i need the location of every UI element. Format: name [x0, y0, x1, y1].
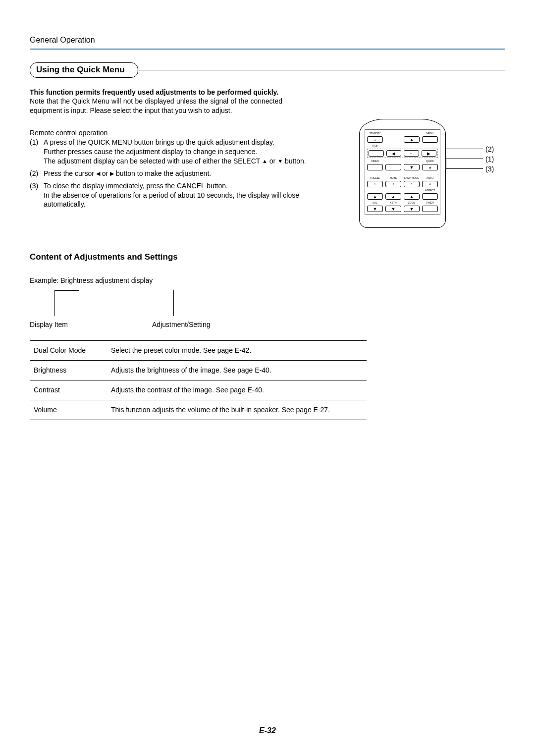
rc-btn-video [367, 164, 383, 170]
rc-lbl-zoom: ZOOM [404, 201, 420, 204]
rc-btn-dn2a: ▼ [367, 206, 383, 212]
page-number: E-32 [0, 725, 535, 736]
remote-callout-1: (1) [485, 155, 494, 164]
rc-btn-cancel [385, 164, 401, 170]
cell-desc: Select the preset color mode. See page E… [107, 341, 367, 361]
instructions-block: Remote control operation (1) A press of … [30, 128, 310, 212]
or-text-1: or [268, 157, 277, 165]
rc-btn-4: 4 [422, 181, 438, 187]
step-1c-suffix: button. [283, 157, 306, 165]
rc-btn-left: ◀ [386, 150, 402, 157]
rc-lbl-quick: QUICK [422, 160, 438, 162]
step-3a: To close the display immediately, press … [44, 182, 228, 190]
section-title-rule [137, 70, 505, 70]
step-2-prefix: Press the cursor [44, 169, 96, 177]
rc-lbl-freeze: FREEZE [367, 176, 383, 179]
rc-btn-1: 1 [367, 181, 383, 187]
table-row: Brightness Adjusts the brightness of the… [30, 360, 367, 380]
rc-lbl-standby: STANDBY [367, 132, 383, 135]
cell-name: Brightness [30, 360, 107, 380]
right-triangle-icon: ▶ [110, 170, 114, 177]
cell-desc: Adjusts the contrast of the image. See p… [107, 380, 367, 400]
rc-btn-3: 3 [404, 181, 420, 187]
section-title: Using the Quick Menu [30, 62, 138, 78]
subheading: Content of Adjustments and Settings [30, 252, 505, 263]
remote-callout-3: (3) [485, 164, 494, 174]
rc-btn-rgb [369, 150, 384, 157]
rc-btn-standby: ● [367, 136, 383, 143]
step-1-num: (1) [30, 138, 44, 166]
step-3-num: (3) [30, 181, 44, 210]
down-triangle-icon: ▼ [277, 158, 283, 165]
page-header-title: General Operation [30, 36, 95, 44]
rc-lbl-kstn: KSTN [385, 201, 401, 204]
example-line: Example: Brightness adjustment display [30, 276, 505, 285]
section-title-row: Using the Quick Menu [30, 62, 505, 78]
rc-btn-2: 2 [385, 181, 401, 187]
step-1b: Further presses cause the adjustment dis… [44, 148, 257, 156]
rc-lbl-lamp: LAMP MODE [404, 176, 420, 179]
rc-lbl-timer: TIMER [422, 201, 438, 204]
step-1a: A press of the QUICK MENU button brings … [44, 138, 274, 146]
rc-btn-menu [422, 136, 438, 143]
left-triangle-icon: ◀ [96, 170, 100, 177]
cell-name: Volume [30, 400, 107, 420]
intro-block: This function permits frequently used ad… [30, 88, 282, 116]
up-triangle-icon: ▲ [262, 158, 268, 165]
remote-diagram: STANDBY MENU ● ▲ RGB ◀ [359, 119, 508, 228]
rc-lbl-menu: MENU [422, 132, 438, 135]
step-3b: In the absence of operations for a perio… [44, 191, 299, 209]
cell-name: Contrast [30, 380, 107, 400]
remote-heading: Remote control operation [30, 128, 310, 138]
rc-lbl-auto: AUTO [422, 176, 438, 179]
rc-btn-aspect [422, 193, 438, 200]
rc-btn-dn2c: ▼ [404, 206, 420, 212]
cell-desc: Adjusts the brightness of the image. See… [107, 360, 367, 380]
rc-btn-up: ▲ [404, 136, 420, 143]
page-header: General Operation [30, 35, 505, 50]
rc-btn-up2b: ▲ [385, 193, 401, 200]
table-row: Dual Color Mode Select the preset color … [30, 341, 367, 361]
rc-lbl-rgb: RGB [367, 144, 383, 147]
rc-btn-timer [422, 206, 438, 212]
settings-table: Dual Color Mode Select the preset color … [30, 340, 367, 420]
step-1c-prefix: The adjustment display can be selected w… [44, 157, 262, 165]
rc-btn-dn2b: ▼ [385, 206, 401, 212]
rc-lbl-video: VIDEO [367, 160, 383, 162]
cell-desc: This function adjusts the volume of the … [107, 400, 367, 420]
step-2-num: (2) [30, 169, 44, 178]
rc-btn-quick: ◉ [422, 164, 438, 170]
intro-bold: This function permits frequently used ad… [30, 88, 278, 96]
rc-btn-down: ▼ [404, 164, 420, 170]
rc-btn-right: ▶ [422, 150, 437, 157]
table-row: Contrast Adjusts the contrast of the ima… [30, 380, 367, 400]
rc-btn-enter: ↵ [404, 150, 419, 157]
remote-callout-2: (2) [485, 145, 494, 154]
intro-note: Note that the Quick Menu will not be dis… [30, 97, 282, 114]
rc-btn-up2a: ▲ [367, 193, 383, 200]
step-2-mid: or [100, 169, 110, 177]
rc-btn-up2c: ▲ [404, 193, 420, 200]
cell-name: Dual Color Mode [30, 341, 107, 361]
label-display-item: Display Item [30, 320, 68, 329]
step-2-suffix: button to make the adjustment. [114, 169, 211, 177]
label-adj-setting: Adjustment/Setting [152, 320, 211, 329]
table-row: Volume This function adjusts the volume … [30, 400, 367, 420]
rc-lbl-mute: MUTE [385, 176, 401, 179]
rc-lbl-aspect: ASPECT [422, 189, 438, 192]
rc-lbl-vol: VOL [367, 201, 383, 204]
